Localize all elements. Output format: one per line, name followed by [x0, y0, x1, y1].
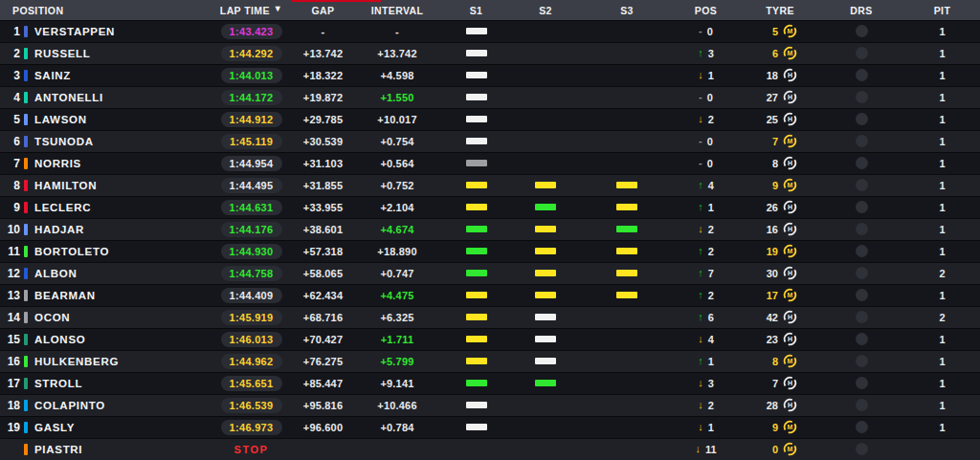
- column-header-position: POSITION: [0, 5, 206, 16]
- lap-time: 1:44.495: [221, 178, 282, 193]
- position-number: 18: [0, 399, 23, 412]
- sector2-bar: [535, 182, 556, 188]
- driver-name: BEARMAN: [34, 290, 206, 301]
- svg-text:H: H: [788, 72, 792, 78]
- interval-value: +0.564: [349, 158, 445, 169]
- table-row[interactable]: 17 STROLL 1:45.651 +85.447 +9.141 ↓ 3 7 …: [0, 372, 980, 394]
- sector1-bar: [466, 358, 487, 364]
- team-color-bar: [24, 202, 28, 213]
- driver-name: BORTOLETO: [34, 246, 206, 257]
- gap-value: +31.103: [297, 158, 349, 169]
- table-row[interactable]: 12 ALBON 1:44.758 +58.065 +0.747 ↑ 7 30 …: [0, 262, 980, 284]
- position-change: ↓ 2: [670, 400, 742, 411]
- sector1-bar: [466, 336, 487, 342]
- tyre-compound-icon: H: [783, 112, 797, 126]
- column-header-drs: DRS: [818, 5, 904, 16]
- table-row[interactable]: 14 OCON 1:45.919 +68.716 +6.325 ↑ 6 42 H…: [0, 306, 980, 328]
- sector2-bar: [535, 292, 556, 298]
- sector3-bar: [616, 226, 637, 232]
- table-row[interactable]: 7 NORRIS 1:44.954 +31.103 +0.564 - 0 8 H…: [0, 152, 980, 174]
- sector3-bar: [616, 270, 637, 276]
- pit-count: 1: [904, 48, 980, 59]
- table-row[interactable]: 11 BORTOLETO 1:44.930 +57.318 +18.890 ↑ …: [0, 240, 980, 262]
- table-row[interactable]: 16 HULKENBERG 1:44.962 +76.275 +5.799 ↑ …: [0, 350, 980, 372]
- table-row[interactable]: 3 SAINZ 1:44.013 +18.322 +4.598 ↓ 1 18 H…: [0, 64, 980, 86]
- table-row[interactable]: 18 COLAPINTO 1:46.539 +95.816 +10.466 ↓ …: [0, 394, 980, 416]
- table-row[interactable]: 10 HADJAR 1:44.176 +38.601 +4.674 ↓ 2 16…: [0, 218, 980, 240]
- tyre-laps-count: 23: [763, 334, 778, 345]
- position-change-value: 11: [705, 444, 717, 455]
- svg-text:H: H: [788, 226, 792, 232]
- pit-count: 2: [904, 268, 980, 279]
- team-color-bar: [24, 26, 28, 37]
- position-change-arrow-icon: -: [699, 158, 702, 168]
- position-change: ↓ 3: [670, 378, 742, 389]
- tyre-cell: 30 H: [742, 266, 818, 280]
- gap-value: +76.275: [297, 356, 349, 367]
- tyre-laps-count: 30: [763, 268, 778, 279]
- drs-indicator: [856, 47, 868, 59]
- interval-value: +1.550: [349, 92, 445, 103]
- lap-time: 1:44.631: [221, 200, 282, 215]
- sector1-bar: [466, 402, 487, 408]
- driver-name: RUSSELL: [34, 48, 206, 59]
- table-row[interactable]: 2 RUSSELL 1:44.292 +13.742 +13.742 ↑ 3 6…: [0, 42, 980, 64]
- interval-value: +0.754: [349, 136, 445, 147]
- position-change-value: 2: [708, 224, 714, 235]
- svg-text:H: H: [788, 402, 792, 408]
- position-change-arrow-icon: ↓: [698, 378, 703, 388]
- tyre-laps-count: 9: [763, 180, 778, 191]
- svg-text:H: H: [788, 116, 792, 122]
- gap-value: +19.872: [297, 92, 349, 103]
- pit-count: 1: [904, 158, 980, 169]
- table-row[interactable]: 15 ALONSO 1:46.013 +70.427 +1.711 ↓ 4 23…: [0, 328, 980, 350]
- gap-value: +31.855: [297, 180, 349, 191]
- drs-indicator: [856, 399, 868, 411]
- tyre-cell: 19 M: [742, 244, 818, 258]
- lap-time: 1:45.919: [221, 310, 282, 325]
- gap-value: +58.065: [297, 268, 349, 279]
- table-row[interactable]: 1 VERSTAPPEN 1:43.423 - - - 0 5 M 1: [0, 20, 980, 42]
- table-row[interactable]: 4 ANTONELLI 1:44.172 +19.872 +1.550 - 0 …: [0, 86, 980, 108]
- sector1-bar: [466, 314, 487, 320]
- position-change-arrow-icon: -: [699, 92, 702, 102]
- team-color-bar: [24, 48, 28, 59]
- team-color-bar: [24, 246, 28, 257]
- position-change: ↓ 2: [670, 114, 742, 125]
- gap-value: +62.434: [297, 290, 349, 301]
- sector1-bar: [466, 292, 487, 298]
- team-color-bar: [24, 136, 28, 147]
- gap-value: +33.955: [297, 202, 349, 213]
- tyre-cell: 8 M: [742, 354, 818, 368]
- lap-time: 1:45.651: [221, 376, 282, 391]
- tyre-cell: 42 H: [742, 310, 818, 324]
- table-row[interactable]: 9 LECLERC 1:44.631 +33.955 +2.104 ↑ 1 26…: [0, 196, 980, 218]
- lap-time: 1:44.930: [221, 244, 282, 259]
- table-row[interactable]: 8 HAMILTON 1:44.495 +31.855 +0.752 ↑ 4 9…: [0, 174, 980, 196]
- table-row[interactable]: 5 LAWSON 1:44.912 +29.785 +10.017 ↓ 2 25…: [0, 108, 980, 130]
- driver-name: NORRIS: [34, 158, 206, 169]
- table-row[interactable]: 13 BEARMAN 1:44.409 +62.434 +4.475 ↑ 2 1…: [0, 284, 980, 306]
- tyre-cell: 0 M: [742, 442, 818, 456]
- column-header-pos: POS: [670, 5, 742, 16]
- table-row[interactable]: 19 GASLY 1:46.973 +96.600 +0.784 ↓ 1 9 M…: [0, 416, 980, 438]
- lap-time: 1:44.292: [221, 46, 282, 61]
- position-number: 2: [0, 47, 23, 60]
- team-color-bar: [24, 400, 28, 411]
- drs-indicator: [856, 311, 868, 323]
- sector3-bar: [616, 248, 637, 254]
- tyre-cell: 18 H: [742, 68, 818, 82]
- position-change-value: 1: [708, 356, 714, 367]
- column-header-lap-time[interactable]: LAP TIME ▼: [206, 5, 297, 16]
- sector1-bar: [466, 50, 487, 56]
- tyre-laps-count: 28: [763, 400, 778, 411]
- table-row[interactable]: PIASTRI STOP ↓ 11 0 M: [0, 438, 980, 460]
- pit-count: 1: [904, 224, 980, 235]
- tyre-cell: 17 M: [742, 288, 818, 302]
- tyre-cell: 16 H: [742, 222, 818, 236]
- pit-count: 1: [904, 334, 980, 345]
- table-row[interactable]: 6 TSUNODA 1:45.119 +30.539 +0.754 - 0 7 …: [0, 130, 980, 152]
- position-change-value: 1: [708, 70, 714, 81]
- position-change: ↓ 11: [670, 444, 742, 455]
- position-change: ↓ 2: [670, 224, 742, 235]
